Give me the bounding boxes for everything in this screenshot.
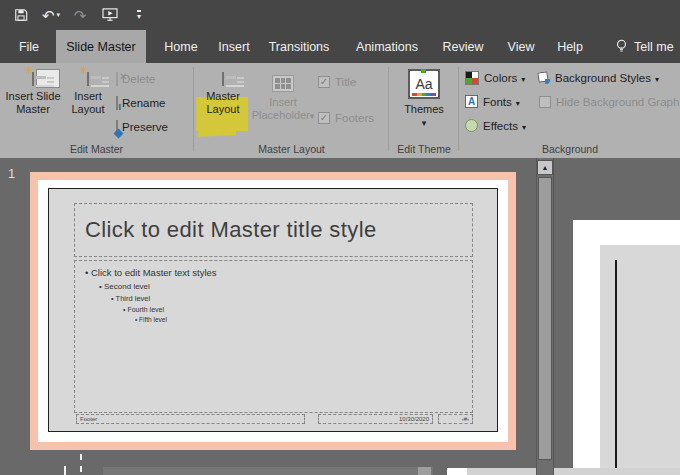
footer-placeholder[interactable]: Footer — [76, 414, 305, 424]
undo-icon: ↶ — [42, 8, 55, 23]
themes-dropdown-caret[interactable] — [422, 116, 427, 129]
group-separator — [388, 67, 389, 151]
insert-placeholder-icon — [272, 75, 294, 92]
effects-icon — [465, 119, 478, 132]
redo-button-disabled: ↷ — [70, 0, 90, 30]
undo-button[interactable]: ↶ ▾ — [38, 0, 64, 30]
insert-layout-icon: ✳ — [87, 73, 89, 86]
insert-layout-button[interactable]: ✳ Insert Layout — [64, 67, 112, 117]
themes-icon: Aa — [408, 69, 440, 99]
body-level-3: • Third level — [111, 294, 472, 303]
ribbon-tab-bar: File Slide Master Home Insert Transition… — [0, 30, 680, 63]
background-window-edge — [467, 468, 680, 475]
checkbox-checked-icon: ✓ — [318, 76, 330, 88]
horizontal-scrollbar-thumb[interactable] — [418, 467, 431, 475]
footers-checkbox-disabled: ✓ Footers — [318, 112, 374, 124]
powerpoint-window: ↶ ▾ ↷ ▾ File Slide Master Home Insert Tr… — [0, 0, 680, 475]
customize-qat-button[interactable]: ▾ — [130, 0, 148, 30]
redo-icon: ↷ — [74, 8, 87, 23]
start-from-beginning-button[interactable] — [98, 0, 122, 30]
lightbulb-icon — [616, 39, 627, 54]
date-placeholder[interactable]: 10/30/2020 — [318, 414, 433, 424]
tab-transitions[interactable]: Transitions — [264, 30, 334, 63]
present-from-beginning-icon — [102, 8, 118, 22]
body-level-1: • Click to edit Master text styles — [85, 267, 472, 278]
background-window-slide-inner — [600, 245, 680, 475]
drawing-guide — [64, 466, 66, 475]
yellow-highlight-annotation — [198, 129, 236, 136]
tab-file[interactable]: File — [8, 30, 50, 63]
tab-help[interactable]: Help — [550, 30, 590, 63]
body-level-2: • Second level — [99, 282, 472, 291]
fonts-dropdown[interactable]: A Fonts — [465, 95, 520, 108]
insert-placeholder-label: Insert Placeholder — [251, 96, 315, 122]
tell-me-bulb[interactable] — [612, 30, 630, 63]
themes-button[interactable]: Aa Themes — [396, 67, 452, 129]
preserve-button[interactable]: Preserve — [116, 118, 168, 136]
drawing-guide — [80, 454, 82, 472]
master-body-placeholder[interactable]: • Click to edit Master text styles • Sec… — [74, 260, 473, 413]
tab-slide-master[interactable]: Slide Master — [56, 30, 146, 63]
insert-slide-master-button[interactable]: ✳ Insert Slide Master — [3, 67, 63, 117]
save-button[interactable] — [10, 0, 32, 30]
ribbon: ✳ Insert Slide Master ✳ Insert Layout ✕ … — [0, 63, 680, 158]
delete-button-disabled: ✕ Delete — [116, 70, 155, 88]
colors-icon — [465, 71, 479, 85]
master-title-placeholder[interactable]: Click to edit Master title style — [74, 203, 473, 257]
tab-tell-me[interactable]: Tell me — [634, 30, 680, 63]
vertical-scrollbar-thumb[interactable] — [538, 177, 552, 460]
tab-review[interactable]: Review — [438, 30, 488, 63]
scroll-up-icon: ▲ — [542, 164, 549, 171]
master-layout-icon — [222, 73, 224, 86]
body-level-4: • Fourth level — [123, 306, 472, 313]
delete-icon: ✕ — [116, 73, 118, 85]
fonts-icon: A — [465, 95, 478, 108]
group-label-edit-theme: Edit Theme — [390, 143, 458, 155]
slide-editing-area: 1 Click to edit Master title style • Cli… — [0, 158, 680, 475]
scroll-up-button[interactable]: ▲ — [537, 160, 553, 175]
customize-quick-access-icon: ▾ — [137, 10, 141, 21]
hide-background-graphics-checkbox-disabled: Hide Background Graph — [539, 96, 679, 108]
tab-home[interactable]: Home — [158, 30, 204, 63]
preserve-icon — [116, 121, 118, 133]
master-title-text: Click to edit Master title style — [85, 217, 377, 243]
group-label-background: Background — [460, 143, 680, 155]
checkbox-unchecked-icon — [539, 96, 551, 108]
background-styles-icon — [537, 71, 550, 84]
group-separator — [193, 67, 194, 151]
background-styles-dropdown[interactable]: Background Styles — [537, 71, 659, 84]
rename-button[interactable]: I Rename — [116, 94, 165, 112]
rename-icon: I — [116, 97, 118, 109]
effects-dropdown[interactable]: Effects — [465, 119, 526, 132]
group-separator — [458, 67, 459, 151]
title-bar: ↶ ▾ ↷ ▾ — [0, 0, 680, 30]
background-window-edge — [447, 468, 467, 475]
group-label-master-layout: Master Layout — [195, 143, 388, 155]
horizontal-scrollbar-track[interactable] — [103, 467, 433, 475]
slide-number: 1 — [8, 166, 15, 181]
tab-animations[interactable]: Animations — [350, 30, 424, 63]
slide-number-placeholder[interactable]: ‹#› — [438, 414, 473, 424]
insert-placeholder-button-disabled: Insert Placeholder — [251, 71, 315, 122]
background-window-slide-border — [615, 260, 617, 475]
master-layout-button[interactable]: Master Layout — [197, 67, 249, 117]
checkbox-checked-icon: ✓ — [318, 112, 330, 124]
body-level-5: • Fifth level — [135, 316, 472, 323]
save-icon — [14, 8, 28, 22]
tab-view[interactable]: View — [502, 30, 540, 63]
group-label-edit-master: Edit Master — [0, 143, 193, 155]
title-checkbox-disabled: ✓ Title — [318, 76, 356, 88]
colors-dropdown[interactable]: Colors — [465, 71, 525, 85]
undo-dropdown-caret[interactable]: ▾ — [57, 11, 61, 19]
tab-insert[interactable]: Insert — [212, 30, 256, 63]
insert-slide-master-icon: ✳ — [32, 73, 34, 86]
